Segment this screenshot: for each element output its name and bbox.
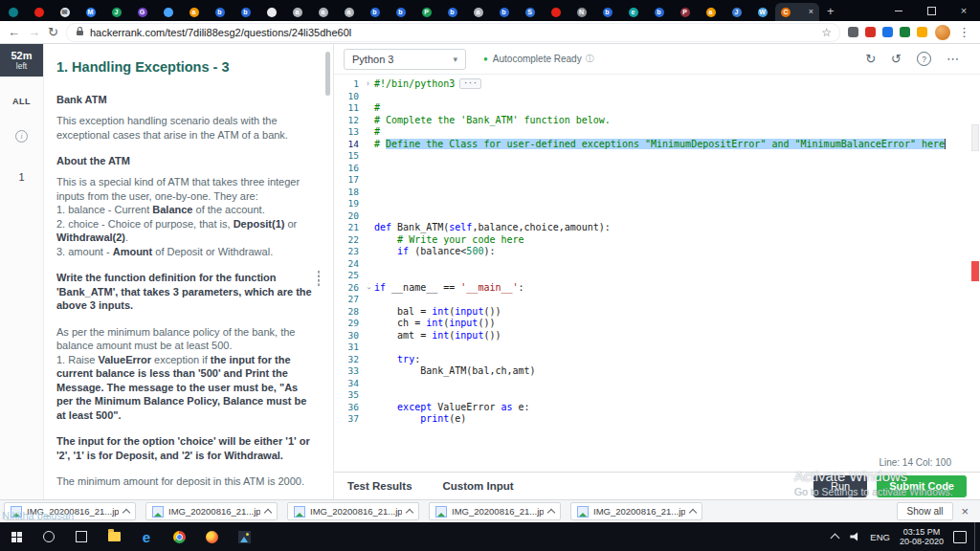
edge-button[interactable]: e [130,522,163,551]
submit-code-button[interactable]: Submit Code [877,475,967,497]
browser-tab[interactable]: b [439,3,465,21]
browser-tab[interactable] [258,3,284,21]
start-button[interactable] [0,522,33,551]
volume-icon[interactable] [850,532,860,541]
code-text[interactable] [374,270,969,282]
fold-expanded-icon[interactable]: › [362,281,374,294]
browser-tab[interactable]: a [284,3,310,21]
code-text[interactable] [374,174,969,187]
code-editor[interactable]: 1›#!/bin/python3···1011#12# Complete the… [334,78,969,469]
code-text[interactable]: # Define the Class for user-defined exce… [374,139,969,151]
code-text[interactable] [374,342,969,354]
rail-info-button[interactable]: i [0,130,43,143]
extension-icon[interactable] [865,27,876,37]
browser-tab[interactable]: b [362,3,388,21]
browser-tab[interactable]: ✉ [52,3,78,21]
browser-tab[interactable]: M [78,3,103,21]
url-text[interactable]: hackerrank.com/test/7dili88esg2/question… [90,27,815,38]
browser-tab[interactable]: b [646,3,672,21]
download-caret-icon[interactable] [406,508,413,516]
code-text[interactable]: except ValueError as e: [374,402,969,414]
task-view-button[interactable] [65,522,98,551]
browser-tab[interactable]: b [388,3,413,21]
back-button[interactable]: ← [8,26,20,38]
download-item[interactable]: IMG_20200816_21...jpg [287,502,419,520]
autocomplete-info-icon[interactable]: ⓘ [586,53,594,65]
folded-code-ellipsis[interactable]: ··· [459,78,480,89]
code-text[interactable] [374,91,969,103]
code-text[interactable] [374,389,969,402]
browser-tab[interactable] [543,3,568,21]
photos-button[interactable] [228,522,260,551]
code-text[interactable]: bal = int(input()) [374,306,969,319]
window-minimize-button[interactable] [882,0,915,21]
show-all-downloads-button[interactable]: Show all [897,502,954,520]
tab-custom-input[interactable]: Custom Input [443,480,514,492]
browser-tab[interactable]: P [413,3,439,21]
browser-tab[interactable] [26,3,52,21]
language-indicator[interactable]: ENG [870,532,890,542]
firefox-button[interactable] [195,522,228,551]
forward-button[interactable]: → [28,26,40,38]
code-text[interactable]: # Complete the 'Bank_ATM' function below… [374,115,969,127]
browser-tab[interactable]: W [749,3,775,21]
action-center-icon[interactable] [953,531,967,543]
browser-tab[interactable]: J [103,3,129,21]
question-scrollbar[interactable] [325,52,330,96]
browser-tab[interactable]: a [698,3,724,21]
code-text[interactable] [374,294,969,306]
bookmark-star-icon[interactable]: ☆ [821,26,832,39]
browser-tab[interactable]: P [672,3,698,21]
address-bar[interactable]: hackerrank.com/test/7dili88esg2/question… [66,23,840,42]
download-caret-icon[interactable] [689,508,697,516]
code-text[interactable]: try: [374,354,969,366]
taskbar-clock[interactable]: 03:15 PM 20-08-2020 [900,527,944,547]
code-text[interactable]: amt = int(input()) [374,330,969,342]
browser-tab[interactable]: e [620,3,646,21]
browser-tab[interactable]: a [465,3,491,21]
file-explorer-button[interactable] [98,522,130,551]
reset-code-icon[interactable]: ↻ [865,52,876,66]
code-text[interactable] [374,258,969,271]
show-desktop-button[interactable] [974,522,980,551]
code-text[interactable]: # [374,102,969,115]
code-text[interactable]: # [374,126,969,139]
window-close-button[interactable]: × [947,0,980,21]
code-text[interactable] [374,163,969,175]
filter-all-button[interactable]: ALL [0,97,43,106]
tab-close-icon[interactable]: × [809,8,813,16]
browser-tab-active[interactable]: C × [775,3,819,21]
browser-tab[interactable]: b [594,3,620,21]
browser-tab[interactable]: b [207,3,233,21]
search-button[interactable] [33,522,65,551]
extension-icon[interactable] [900,27,910,37]
code-text[interactable]: Bank_ATM(bal,ch,amt) [374,365,969,378]
browser-tab[interactable]: N [568,3,594,21]
new-tab-button[interactable]: + [827,4,835,18]
code-text[interactable]: print(e) [374,413,969,426]
browser-tab[interactable]: G [129,3,155,21]
browser-tab[interactable] [0,3,26,21]
download-item[interactable]: IMG_20200816_21...jpg [145,502,278,520]
profile-avatar[interactable] [935,25,950,40]
browser-tab[interactable]: J [724,3,749,21]
extension-icon[interactable] [848,27,858,37]
browser-tab[interactable]: a [336,3,362,21]
browser-menu-button[interactable]: ⋮ [958,25,970,39]
reload-button[interactable]: ↻ [48,26,58,38]
question-number-item[interactable]: 1 [0,171,43,183]
code-text[interactable]: # Write your code here [374,234,969,247]
more-options-icon[interactable]: ⋯ [947,52,959,66]
fold-collapsed-icon[interactable]: › [362,78,374,91]
download-caret-icon[interactable] [122,508,130,516]
extension-icon[interactable] [882,27,893,37]
code-text[interactable]: def Bank_ATM(self,balance,choice,amount)… [374,222,969,234]
code-text[interactable] [374,378,969,390]
code-text[interactable]: if __name__ == '__main__': [374,282,969,295]
code-text[interactable]: if (balance<500): [374,246,969,258]
code-text[interactable]: #!/bin/python3··· [374,78,969,91]
language-selector[interactable]: Python 3 ▾ [344,49,466,70]
chrome-button[interactable] [163,522,195,551]
window-maximize-button[interactable] [915,0,947,21]
pane-resizer-handle[interactable] [317,270,321,287]
